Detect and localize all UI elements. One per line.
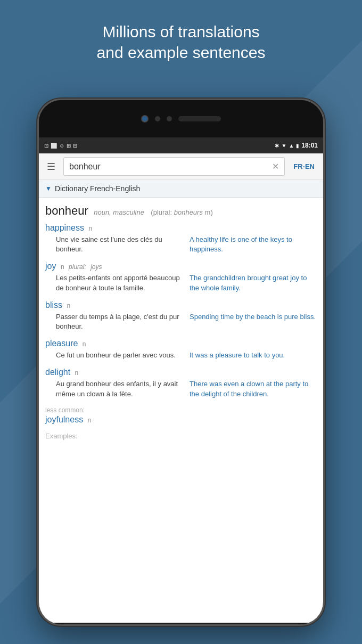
example-fr-happiness: Une vie saine est l'une des clés du bonh… [56, 235, 184, 254]
example-en-joy: The grandchildren brought great joy to t… [190, 273, 318, 292]
example-row-delight: Au grand bonheur des enfants, il y avait… [45, 379, 318, 398]
translation-delight: delight n Au grand bonheur des enfants, … [45, 368, 318, 398]
translation-plural-word-joy: joys [90, 263, 102, 271]
example-row-happiness: Une vie saine est l'une des clés du bonh… [45, 235, 318, 254]
status-icons: ⊡ ⬜ ☺ ⊞ ⊟ [44, 143, 77, 149]
status-right-icons: ✱ ▼ ▲ ▮ 18:01 [275, 142, 318, 149]
example-fr-delight: Au grand bonheur des enfants, il y avait… [56, 379, 184, 398]
dot-right [167, 116, 172, 121]
translation-word-bliss: bliss [45, 300, 62, 309]
example-row-bliss: Passer du temps à la plage, c'est du pur… [45, 312, 318, 331]
dict-expand-icon: ▼ [45, 185, 52, 192]
plural-label: plural: [153, 208, 172, 216]
header-text: Millions of translations and example sen… [0, 21, 362, 63]
phone-frame: ⊡ ⬜ ☺ ⊞ ⊟ ✱ ▼ ▲ ▮ 18:01 ☰ bonheur ✕ FR-E… [37, 99, 325, 626]
dictionary-label-bar[interactable]: ▼ Dictionary French-English [39, 180, 323, 198]
search-box[interactable]: bonheur ✕ [63, 157, 285, 176]
translation-bliss: bliss n Passer du temps à la plage, c'es… [45, 300, 318, 331]
translation-word-happiness: happiness [45, 223, 84, 232]
clear-button[interactable]: ✕ [272, 161, 279, 172]
translation-pos-bliss: n [67, 302, 70, 309]
plural-info: (plural: bonheurs m) [151, 208, 212, 216]
plural-word: bonheurs [174, 208, 203, 216]
status-bar: ⊡ ⬜ ☺ ⊞ ⊟ ✱ ▼ ▲ ▮ 18:01 [39, 137, 323, 153]
less-common-label: less common: [45, 406, 318, 414]
status-icon-5: ⊟ [73, 143, 77, 149]
example-row-joy: Les petits-enfants ont apporté beaucoup … [45, 273, 318, 292]
translation-plural-label-joy: plural: [69, 263, 86, 271]
word-entry: bonheur noun, masculine (plural: bonheur… [45, 204, 318, 218]
part-of-speech: noun, masculine [94, 208, 144, 216]
translation-pos-pleasure: n [83, 340, 86, 348]
translation-pos-happiness: n [88, 225, 92, 232]
translation-happiness: happiness n Une vie saine est l'une des … [45, 223, 318, 254]
dictionary-title: Dictionary French-English [55, 184, 140, 193]
example-en-delight: There was even a clown at the party to t… [190, 379, 318, 398]
example-en-happiness: A healthy life is one of the keys to hap… [190, 235, 318, 254]
translation-word-delight: delight [45, 368, 70, 377]
example-row-pleasure: Ce fut un bonheur de parler avec vous. I… [45, 350, 318, 360]
translation-pos-delight: n [75, 369, 79, 377]
headword: bonheur [45, 204, 88, 217]
search-input[interactable]: bonheur [69, 162, 101, 172]
less-common-pos: n [88, 417, 92, 424]
phone-top [39, 100, 323, 137]
speaker [178, 116, 221, 121]
bluetooth-icon: ✱ [275, 143, 279, 149]
example-en-bliss: Spending time by the beach is pure bliss… [190, 312, 318, 331]
translation-word-joy: joy [45, 262, 56, 271]
translation-joy: joy n plural: joys Les petits-enfants on… [45, 262, 318, 292]
example-en-pleasure: It was a pleasure to talk to you. [190, 350, 318, 360]
menu-button[interactable]: ☰ [44, 158, 58, 175]
camera [141, 115, 149, 123]
dot-left [155, 116, 160, 121]
signal-icon: ▲ [289, 143, 294, 149]
translation-pleasure: pleasure n Ce fut un bonheur de parler a… [45, 339, 318, 360]
status-icon-1: ⊡ [44, 143, 48, 149]
main-content: bonheur noun, masculine (plural: bonheur… [39, 198, 323, 623]
example-fr-joy: Les petits-enfants ont apporté beaucoup … [56, 273, 184, 292]
status-icon-4: ⊞ [67, 143, 71, 149]
translation-word-pleasure: pleasure [45, 339, 78, 348]
battery-icon: ▮ [296, 143, 299, 149]
status-icon-3: ☺ [59, 143, 64, 149]
less-common-section: less common: joyfulness n [45, 406, 318, 425]
plural-gender: m [205, 208, 211, 216]
example-fr-pleasure: Ce fut un bonheur de parler avec vous. [56, 350, 184, 360]
less-common-word: joyfulness [45, 415, 83, 424]
language-toggle[interactable]: FR-EN [290, 160, 318, 173]
wifi-icon: ▼ [281, 143, 286, 149]
translation-pos-joy: n [61, 263, 64, 271]
status-time: 18:01 [301, 142, 318, 149]
app-toolbar: ☰ bonheur ✕ FR-EN [39, 153, 323, 180]
status-icon-2: ⬜ [51, 143, 57, 149]
example-fr-bliss: Passer du temps à la plage, c'est du pur… [56, 312, 184, 331]
examples-label: Examples: [45, 432, 318, 440]
